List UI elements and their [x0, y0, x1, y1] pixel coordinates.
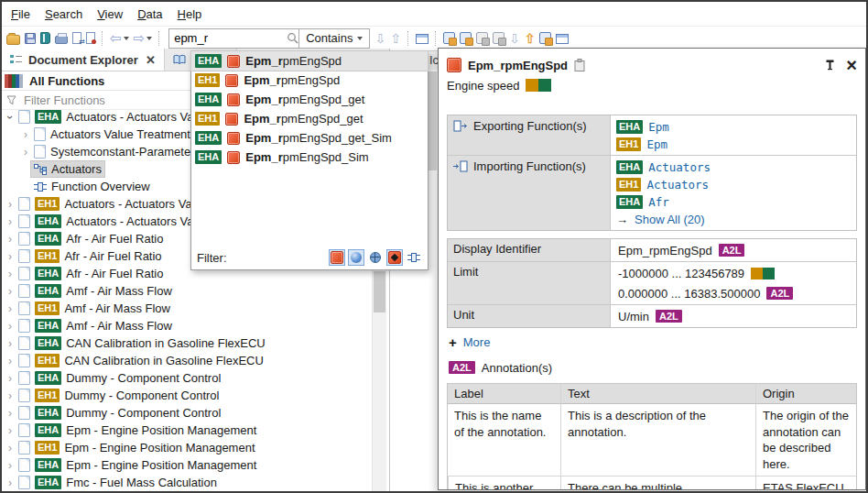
more-link[interactable]: More: [463, 335, 491, 349]
tree-item[interactable]: ›EH1CAN Calibration in Gasoline FlexECU: [2, 352, 370, 369]
document-icon: [34, 127, 46, 141]
arrow-down-icon[interactable]: ⇩: [509, 31, 520, 46]
match-mode-dropdown[interactable]: Contains: [298, 29, 369, 48]
next-match-icon[interactable]: ⇩: [374, 31, 385, 46]
menu-help[interactable]: Help: [170, 5, 210, 24]
function-filter-icon[interactable]: [406, 249, 422, 266]
document-icon: [18, 249, 30, 263]
search-result-item[interactable]: EHAEpm_rpmEngSpd: [191, 51, 428, 71]
caret-right-icon[interactable]: ›: [20, 146, 31, 159]
annotations-title: Annotation(s): [482, 361, 552, 375]
ecu-badge-eha: EHA: [35, 110, 61, 124]
arrow-up-icon[interactable]: ⇧: [525, 31, 536, 46]
forward-icon[interactable]: ⇨: [134, 31, 153, 45]
close-icon[interactable]: ×: [846, 59, 857, 71]
caret-right-icon[interactable]: ›: [5, 389, 16, 402]
tree-item-content: EH1Amf - Air Mass Flow: [16, 301, 173, 316]
document-icon: [18, 371, 30, 385]
tree-item[interactable]: ›EHADummy - Component Control: [2, 404, 370, 422]
caret-right-icon[interactable]: ›: [5, 355, 16, 367]
search-result-item[interactable]: EH1Epm_rpmEngSpd: [191, 71, 428, 90]
caret-right-icon[interactable]: ›: [5, 372, 16, 385]
caret-right-icon[interactable]: ›: [5, 198, 16, 211]
library-icon[interactable]: [40, 32, 50, 44]
previous-match-icon[interactable]: ⇧: [390, 31, 401, 46]
menu-view[interactable]: View: [90, 5, 130, 24]
chip-disabled-icon[interactable]: [476, 32, 488, 44]
caret-right-icon[interactable]: ›: [5, 250, 16, 263]
caret-right-icon[interactable]: ›: [5, 285, 16, 298]
function-link[interactable]: Afr: [648, 195, 669, 209]
caret-right-icon[interactable]: ›: [5, 459, 16, 472]
search-result-item[interactable]: EHAEpm_rpmEngSpd_get_Sim: [191, 128, 428, 148]
function-diagram-icon: [34, 163, 47, 175]
caret-right-icon[interactable]: ›: [5, 424, 16, 437]
caret-right-icon[interactable]: ›: [5, 407, 16, 420]
tree-item[interactable]: ›EH1Epm - Engine Position Management: [2, 439, 370, 456]
tree-item[interactable]: ›EHAEpm - Engine Position Management: [2, 422, 370, 439]
tree-item[interactable]: ›EHAFmc - Fuel Mass Calculation: [2, 474, 370, 491]
function-link[interactable]: Epm: [646, 137, 667, 151]
ecu-badge-eha: EHA: [35, 336, 61, 350]
export-document-icon[interactable]: [72, 32, 81, 44]
signal-filter-icon[interactable]: [329, 249, 345, 266]
diamond-filter-icon[interactable]: [386, 249, 403, 266]
back-icon[interactable]: ⇦: [110, 31, 129, 45]
caret-right-icon[interactable]: ›: [5, 215, 16, 228]
save-icon[interactable]: [25, 33, 36, 44]
open-folder-icon[interactable]: [6, 35, 20, 45]
scrollbar-thumb[interactable]: [374, 271, 385, 312]
tree-item[interactable]: ›EHACAN Calibration in Gasoline FlexECU: [2, 334, 370, 352]
window-icon[interactable]: [556, 34, 569, 44]
tree-item[interactable]: ›EHAEpm - Engine Position Management: [2, 456, 370, 474]
tree-item[interactable]: ›EH1Dummy - Component Control: [2, 387, 370, 404]
tree-item[interactable]: ›EHAAmf - Air Mass Flow: [2, 317, 370, 334]
close-tab-icon[interactable]: ✕: [146, 53, 156, 67]
filter-label: Filter:: [197, 251, 326, 265]
tree-item[interactable]: ›EHADummy - Component Control: [2, 369, 370, 387]
caret-right-icon[interactable]: ›: [5, 233, 16, 246]
search-result-item[interactable]: EHAEpm_rpmEngSpd_get: [191, 90, 428, 109]
caret-right-icon[interactable]: ›: [5, 477, 16, 489]
caret-right-icon[interactable]: ›: [5, 268, 16, 280]
show-all-link[interactable]: Show All (20): [635, 213, 705, 226]
pin-icon[interactable]: [825, 60, 835, 71]
tree-item-label: Actuators - Actuators Va: [66, 110, 193, 124]
result-name: Epm_rpmEngSpd: [244, 73, 340, 87]
menu-search[interactable]: Search: [38, 5, 90, 24]
layout-icon[interactable]: [416, 34, 429, 44]
tree-item-label: Epm - Engine Position Management: [64, 441, 255, 455]
caret-right-icon[interactable]: ›: [5, 337, 16, 350]
report-document-icon[interactable]: [86, 32, 95, 44]
print-icon[interactable]: [55, 36, 68, 44]
tree-item[interactable]: ›EH1Amf - Air Mass Flow: [2, 300, 370, 317]
caret-down-icon[interactable]: ›: [4, 112, 16, 123]
function-link[interactable]: Actuators: [646, 178, 709, 192]
chip-function-icon[interactable]: [539, 32, 551, 44]
function-link[interactable]: Actuators: [648, 160, 711, 174]
caret-right-icon[interactable]: ›: [5, 302, 16, 315]
sphere-filter-icon[interactable]: [348, 249, 364, 266]
a2l-badge: A2L: [449, 361, 475, 374]
ecu-badge-eh1: EH1: [35, 389, 60, 402]
caret-right-icon[interactable]: ›: [5, 320, 16, 333]
menu-data[interactable]: Data: [130, 5, 169, 24]
tree-item[interactable]: ›EHAAmf - Air Mass Flow: [2, 282, 370, 300]
search-input[interactable]: [169, 31, 287, 45]
caret-right-icon[interactable]: ›: [5, 442, 16, 455]
chip-a-icon[interactable]: [460, 32, 472, 44]
clipboard-icon[interactable]: [574, 59, 585, 71]
all-functions-label: All Functions: [29, 74, 104, 88]
function-link[interactable]: Epm: [648, 120, 669, 134]
tab-document-explorer[interactable]: Document Explorer ✕: [2, 49, 165, 71]
ecu-badge-eh1: EH1: [35, 441, 60, 455]
globe-filter-icon[interactable]: [367, 249, 384, 266]
search-result-item[interactable]: EHAEpm_rpmEngSpd_Sim: [191, 148, 428, 167]
signal-glyph: [331, 251, 343, 264]
menu-file[interactable]: File: [4, 5, 38, 24]
search-result-item[interactable]: EH1Epm_rpmEngSpd_get: [191, 109, 428, 128]
plug-icon[interactable]: [493, 32, 505, 44]
tree-item-content: Actuators: [31, 161, 104, 177]
chip-d-icon[interactable]: [443, 32, 455, 44]
caret-right-icon[interactable]: ›: [20, 128, 31, 141]
